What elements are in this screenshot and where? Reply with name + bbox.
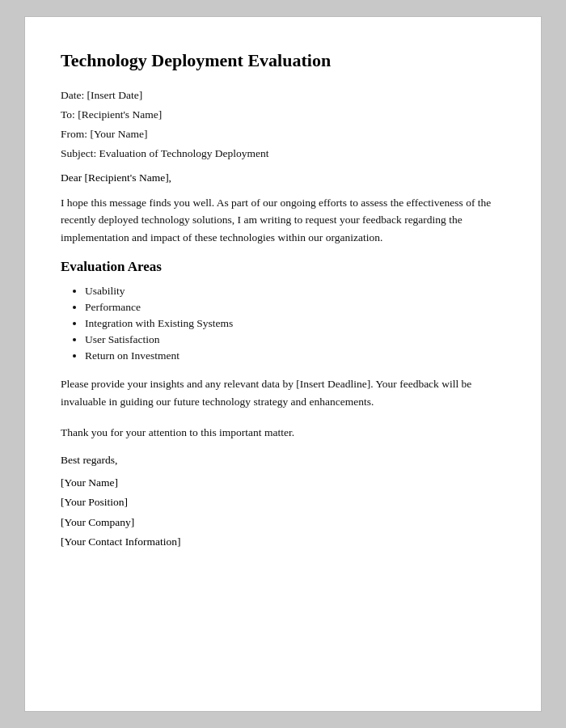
signature-position: [Your Position]: [61, 493, 505, 512]
evaluation-list: Usability Performance Integration with E…: [61, 285, 505, 362]
evaluation-heading: Evaluation Areas: [61, 259, 505, 275]
closing-line: Best regards,: [61, 454, 505, 467]
document-title: Technology Deployment Evaluation: [61, 49, 505, 73]
signature-name: [Your Name]: [61, 473, 505, 493]
list-item: Performance: [85, 301, 505, 314]
list-item: Usability: [85, 285, 505, 298]
signature-company: [Your Company]: [61, 513, 505, 532]
signature-block: [Your Name] [Your Position] [Your Compan…: [61, 473, 505, 552]
intro-paragraph: I hope this message finds you well. As p…: [61, 194, 505, 247]
date-field: Date: [Insert Date]: [61, 89, 505, 102]
signature-contact: [Your Contact Information]: [61, 532, 505, 552]
greeting: Dear [Recipient's Name],: [61, 171, 505, 184]
to-field: To: [Recipient's Name]: [61, 108, 505, 121]
list-item: Integration with Existing Systems: [85, 317, 505, 330]
subject-field: Subject: Evaluation of Technology Deploy…: [61, 147, 505, 160]
request-paragraph: Please provide your insights and any rel…: [61, 375, 505, 410]
thank-you-line: Thank you for your attention to this imp…: [61, 424, 505, 442]
list-item: User Satisfaction: [85, 333, 505, 346]
document-container: Technology Deployment Evaluation Date: […: [24, 16, 542, 712]
list-item: Return on Investment: [85, 349, 505, 362]
from-field: From: [Your Name]: [61, 128, 505, 141]
